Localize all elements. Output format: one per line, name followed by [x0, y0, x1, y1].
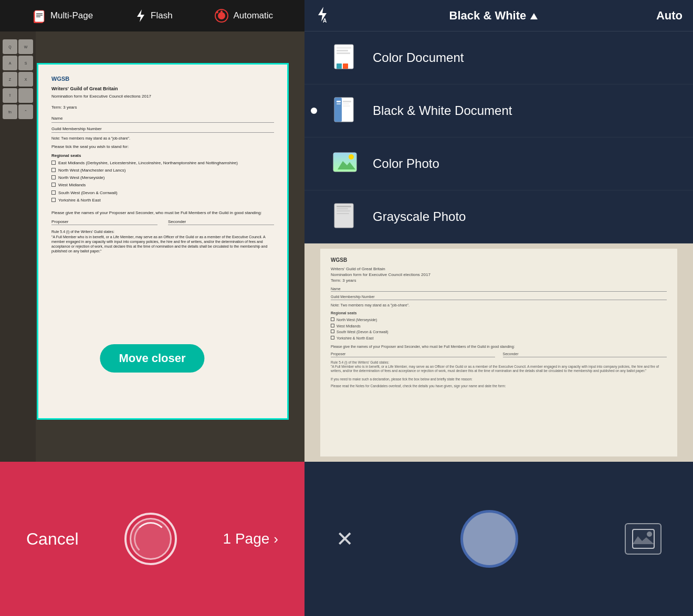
svg-rect-15	[337, 50, 348, 51]
automatic-button[interactable]: Automatic	[214, 8, 273, 23]
camera-view: QW AS ZX ⇧ fn⌃ WGSB Writers' Guild of Gr…	[0, 31, 304, 462]
svg-rect-34	[337, 210, 350, 211]
color-photo-label: Color Photo	[373, 156, 439, 171]
svg-rect-32	[337, 206, 351, 207]
scan-mode-bw-document[interactable]: Black & White Document	[304, 84, 693, 137]
bw-document-label: Black & White Document	[373, 103, 512, 118]
seat-item-3: North West (Merseyside)	[51, 175, 274, 180]
grayscale-photo-label: Grayscale Photo	[373, 209, 466, 224]
svg-rect-19	[337, 63, 342, 69]
svg-rect-35	[337, 213, 349, 214]
svg-point-7	[218, 12, 225, 19]
right-preview: WGSB Writers' Guild of Great BritainNomi…	[304, 243, 693, 462]
flash-icon	[135, 8, 146, 23]
left-bottom-bar: Cancel 1 Page ›	[0, 462, 304, 616]
proposer-line: Proposer	[51, 219, 158, 225]
bw-document-icon	[330, 96, 360, 125]
svg-marker-5	[137, 9, 144, 22]
multipage-button[interactable]: Multi-Page	[32, 8, 93, 23]
doc-subtitle: Nomination form for Executive Council el…	[51, 93, 274, 99]
gallery-icon	[632, 528, 655, 549]
move-closer-badge: Move closer	[100, 344, 204, 373]
flash-label: Flash	[151, 10, 173, 21]
preview-doc-content: WGSB Writers' Guild of Great BritainNomi…	[320, 249, 677, 456]
doc-title: Writers' Guild of Great Britain	[51, 86, 274, 92]
doc-guild-field: Guild Membership Number	[51, 126, 274, 133]
automatic-icon	[214, 8, 229, 23]
cancel-button[interactable]: Cancel	[26, 529, 79, 549]
seconder-line: Seconder	[168, 219, 274, 225]
right-shutter-button[interactable]	[460, 510, 518, 568]
seat-item-5: South West (Devon & Cornwall)	[51, 190, 274, 196]
right-panel: A Black & White Auto	[304, 0, 693, 616]
seat-item-4: West Midlands	[51, 182, 274, 188]
svg-point-38	[647, 532, 652, 537]
automatic-label: Automatic	[233, 10, 273, 21]
scan-mode-color-photo[interactable]: Color Photo	[304, 137, 693, 190]
svg-marker-12	[530, 13, 538, 19]
multipage-icon	[32, 8, 46, 23]
shutter-button[interactable]	[124, 513, 177, 565]
left-panel: Multi-Page Flash Automatic	[0, 0, 304, 616]
svg-rect-33	[337, 208, 348, 209]
scan-mode-color-document[interactable]: Color Document	[304, 31, 693, 84]
preview-image: WGSB Writers' Guild of Great BritainNomi…	[304, 243, 693, 462]
svg-rect-25	[343, 103, 349, 104]
color-photo-icon	[330, 149, 360, 178]
left-toolbar: Multi-Page Flash Automatic	[0, 0, 304, 31]
doc-term: Term: 3 years	[51, 104, 274, 110]
svg-point-8	[220, 10, 223, 13]
doc-section-regional: Regional seats	[51, 153, 274, 158]
seat-item-6: Yorkshire & North East	[51, 197, 274, 203]
flash-button[interactable]: Flash	[135, 8, 173, 23]
svg-marker-37	[633, 536, 654, 544]
svg-rect-24	[343, 101, 351, 102]
svg-rect-26	[343, 105, 350, 107]
color-document-icon	[330, 43, 360, 72]
doc-tick-instruction: Please tick the seat you wish to stand f…	[51, 144, 274, 150]
right-bottom-bar: ✕	[304, 462, 693, 616]
svg-rect-1	[35, 10, 44, 22]
svg-rect-16	[337, 52, 350, 54]
doc-note: Note: Two members may stand as a "job-sh…	[51, 136, 274, 141]
scan-mode-list: Color Document Black & White D	[304, 31, 693, 243]
chevron-right-icon: ›	[274, 531, 278, 547]
scan-mode-grayscale-photo[interactable]: Grayscale Photo	[304, 190, 693, 243]
triangle-up-icon	[530, 9, 538, 23]
page-count[interactable]: 1 Page ›	[223, 530, 278, 547]
active-bullet	[311, 108, 317, 114]
doc-name-field: Name	[51, 115, 274, 122]
svg-rect-14	[337, 47, 351, 49]
flash-auto-button[interactable]: A	[315, 6, 331, 25]
svg-rect-22	[337, 101, 341, 102]
color-document-label: Color Document	[373, 50, 464, 65]
svg-rect-18	[343, 63, 348, 69]
doc-logo: WGSB	[51, 75, 274, 83]
rule-text: Rule 5.4 (i) of the Writers' Guild state…	[51, 229, 274, 253]
seat-item-2: North West (Manchester and Lancs)	[51, 167, 274, 173]
proposer-instruction: Please give the names of your Proposer a…	[51, 210, 274, 216]
flash-auto-icon: A	[315, 6, 331, 23]
gallery-button[interactable]	[625, 523, 662, 555]
seat-item-1: East Midlands (Derbyshire, Leicestershir…	[51, 160, 274, 166]
multipage-label: Multi-Page	[50, 10, 93, 21]
grayscale-photo-icon	[330, 202, 360, 231]
svg-rect-23	[337, 103, 341, 104]
svg-point-30	[349, 154, 354, 160]
svg-text:A: A	[323, 18, 327, 23]
mode-title[interactable]: Black & White	[339, 9, 648, 23]
right-toolbar: A Black & White Auto	[304, 0, 693, 31]
close-button[interactable]: ✕	[336, 527, 354, 551]
auto-button[interactable]: Auto	[656, 9, 682, 23]
